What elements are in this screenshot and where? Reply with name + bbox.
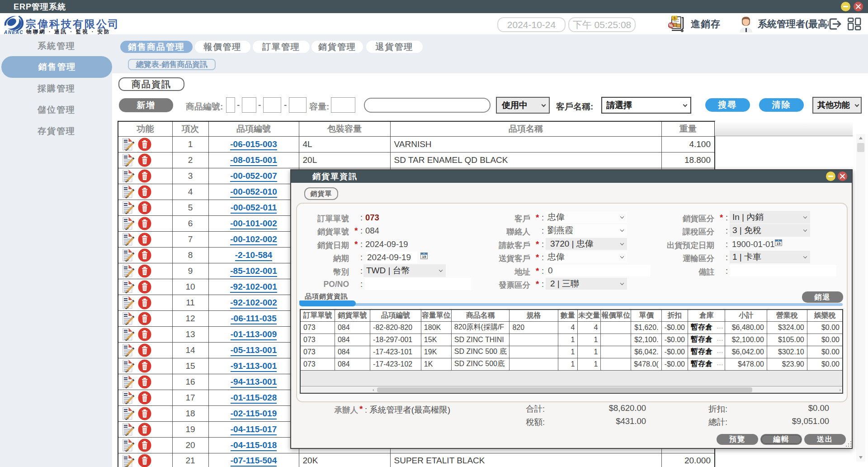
svg-text:15: 15 (777, 242, 781, 246)
svg-text:ANEAC: ANEAC (4, 30, 24, 34)
svg-text:$: $ (673, 16, 675, 20)
svg-text:%: % (669, 23, 673, 28)
svg-text:15: 15 (422, 255, 426, 259)
